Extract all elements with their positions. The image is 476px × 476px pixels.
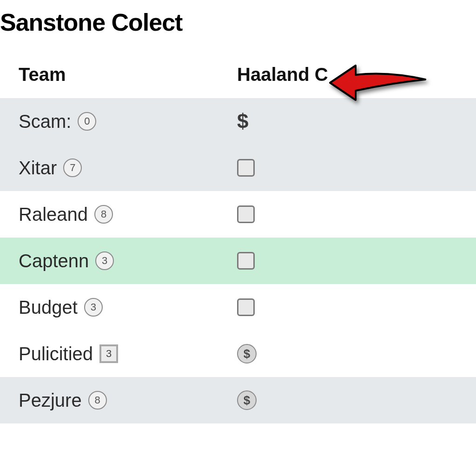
count-badge-circle: 3 [84, 298, 103, 317]
team-cell: Xitar7 [19, 158, 237, 178]
page-title: Sanstone Colect [0, 0, 476, 36]
team-label: Xitar [19, 158, 57, 178]
value-cell [237, 205, 255, 223]
table-row[interactable]: Captenn3 [0, 238, 476, 284]
checkbox[interactable] [237, 298, 255, 316]
team-label: Captenn [19, 251, 89, 271]
column-header-haaland[interactable]: Haaland C [237, 64, 328, 85]
team-cell: Raleand8 [19, 204, 237, 225]
team-cell: Pezjure8 [19, 390, 237, 411]
team-label: Pulicitied [19, 344, 93, 364]
count-badge-circle: 7 [63, 159, 82, 177]
checkbox[interactable] [237, 205, 255, 223]
value-cell [237, 252, 255, 270]
dollar-icon: $ [237, 110, 248, 133]
team-label: Scam: [19, 111, 71, 132]
dollar-badge-icon[interactable]: $ [237, 390, 257, 410]
team-label: Pezjure [19, 390, 82, 411]
table-row[interactable]: Xitar7 [0, 145, 476, 191]
team-cell: Budget3 [19, 297, 237, 318]
column-header-team[interactable]: Team [19, 64, 237, 85]
table-row[interactable]: Budget3 [0, 284, 476, 331]
value-cell [237, 159, 255, 177]
team-label: Budget [19, 297, 78, 318]
value-cell [237, 298, 255, 316]
checkbox[interactable] [237, 252, 255, 270]
value-cell: $ [237, 390, 257, 410]
table-row[interactable]: Pezjure8$ [0, 377, 476, 423]
team-cell: Scam:0 [19, 111, 237, 132]
team-cell: Captenn3 [19, 251, 237, 271]
table-row[interactable]: Pulicitied3$ [0, 331, 476, 377]
value-cell: $ [237, 110, 248, 133]
count-badge-circle: 8 [88, 391, 107, 410]
team-cell: Pulicitied3 [19, 344, 237, 364]
teams-table: Team Haaland C Scam:0$Xitar7Raleand8Capt… [0, 64, 476, 423]
count-badge-circle: 3 [95, 251, 114, 270]
value-cell: $ [237, 344, 257, 364]
annotation-arrow-icon [328, 62, 430, 106]
count-badge-circle: 0 [78, 112, 96, 131]
count-badge-square: 3 [99, 344, 118, 363]
team-label: Raleand [19, 204, 88, 225]
checkbox[interactable] [237, 159, 255, 177]
count-badge-circle: 8 [94, 205, 113, 224]
table-row[interactable]: Raleand8 [0, 191, 476, 238]
dollar-badge-icon[interactable]: $ [237, 344, 257, 364]
